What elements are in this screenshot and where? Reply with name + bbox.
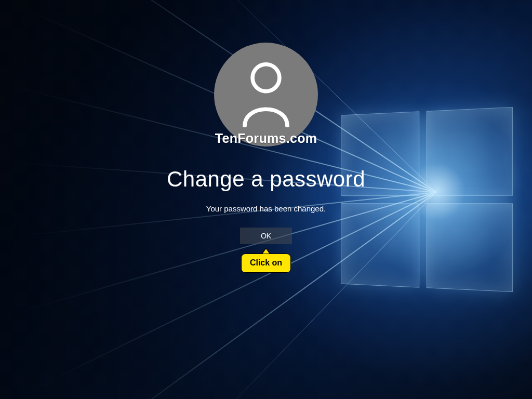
annotation-callout-text: Click on <box>241 254 291 273</box>
dialog-title: Change a password <box>167 167 365 192</box>
ok-button[interactable]: OK <box>240 228 292 244</box>
watermark-text: TenForums.com <box>215 131 317 146</box>
dialog-message: Your password has been changed. <box>206 204 326 213</box>
svg-point-0 <box>252 64 280 91</box>
security-dialog: TenForums.com Change a password Your pas… <box>110 43 422 273</box>
user-icon <box>238 60 294 129</box>
annotation-callout: Click on <box>241 254 291 273</box>
